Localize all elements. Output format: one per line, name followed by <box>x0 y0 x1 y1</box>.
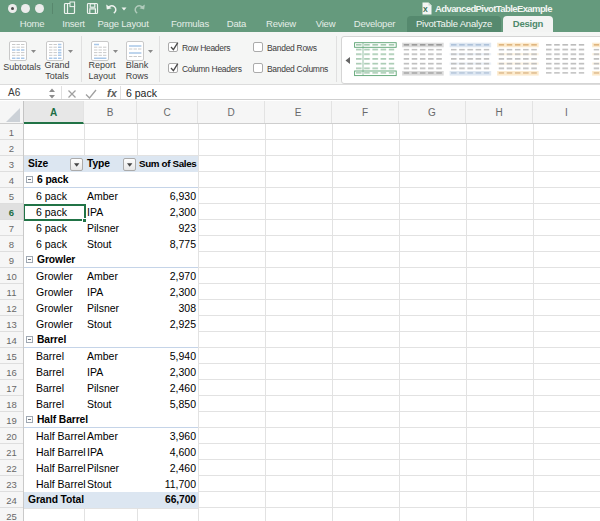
svg-text:X: X <box>423 6 428 13</box>
